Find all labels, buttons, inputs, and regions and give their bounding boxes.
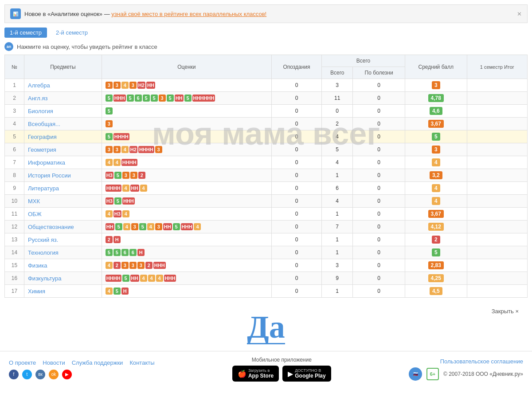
row-avg[interactable]: 3 <box>405 79 467 92</box>
grade-badge[interactable]: HHHH <box>106 275 121 282</box>
grade-badge[interactable]: H <box>113 236 121 243</box>
grade-badge[interactable]: 5 <box>184 95 192 102</box>
grade-badge[interactable]: 2 <box>138 172 145 179</box>
row-avg[interactable]: 3,67 <box>405 208 467 221</box>
grade-badge[interactable]: 3 <box>131 223 138 230</box>
grade-badge[interactable]: 6 <box>135 95 142 102</box>
grade-badge[interactable]: 6 <box>129 249 137 256</box>
grade-badge[interactable]: 4 <box>113 159 121 166</box>
grade-badge[interactable]: HHH <box>113 95 126 102</box>
grade-badge[interactable]: 5 <box>113 288 121 295</box>
app-store-button[interactable]: 🍎 Загрузить в App Store <box>232 366 279 382</box>
grade-badge[interactable]: HH <box>130 185 139 192</box>
row-avg[interactable]: 4 <box>405 195 467 208</box>
grade-badge[interactable]: H <box>121 288 129 295</box>
grade-badge[interactable]: 3 <box>155 146 162 153</box>
grade-badge[interactable]: 5 <box>114 172 121 179</box>
footer-link-news[interactable]: Новости <box>43 359 65 366</box>
grade-badge[interactable]: 4 <box>123 223 130 230</box>
grade-badge[interactable]: 3 <box>122 172 129 179</box>
grade-badge[interactable]: 2 <box>145 262 153 269</box>
tab-semester-1[interactable]: 1-й семестр <box>4 28 47 38</box>
grade-badge[interactable]: 5 <box>122 275 129 282</box>
row-subject[interactable]: ОБЖ <box>24 208 102 221</box>
grade-badge[interactable]: 4 <box>148 275 155 282</box>
grade-badge[interactable]: 5 <box>114 197 121 205</box>
row-avg[interactable]: 4,12 <box>405 221 467 233</box>
row-subject[interactable]: Технология <box>24 246 102 259</box>
grade-badge[interactable]: 6 <box>121 249 129 256</box>
row-subject[interactable]: Русский яз. <box>24 233 102 246</box>
grade-badge[interactable]: HH <box>163 223 172 230</box>
grade-badge[interactable]: 3 <box>113 146 121 153</box>
grade-badge[interactable]: 2 <box>113 262 121 269</box>
grade-badge[interactable]: HHHHHH <box>192 95 215 102</box>
row-subject[interactable]: Англ.яз <box>24 92 102 105</box>
grade-badge[interactable]: 3 <box>113 82 121 89</box>
footer-link-contacts[interactable]: Контакты <box>129 359 154 366</box>
grade-badge[interactable]: 4 <box>106 210 113 217</box>
grade-badge[interactable]: 5 <box>127 95 134 102</box>
google-play-button[interactable]: ▶ ДОСТУПНО В Google Play <box>282 366 331 382</box>
grade-badge[interactable]: 4 <box>122 210 129 217</box>
row-avg[interactable]: 4 <box>405 182 467 195</box>
grade-badge[interactable]: HHH <box>122 197 135 205</box>
grade-badge[interactable]: 5 <box>106 95 113 102</box>
row-subject[interactable]: География <box>24 130 102 143</box>
row-subject[interactable]: Алгебра <box>24 79 102 92</box>
row-subject[interactable]: История России <box>24 169 102 182</box>
grade-badge[interactable]: HHH <box>181 223 193 230</box>
grade-badge[interactable]: 3 <box>121 262 129 269</box>
grade-badge[interactable]: HHHH <box>121 159 137 166</box>
row-subject[interactable]: Литература <box>24 182 102 195</box>
row-subject[interactable]: Химия <box>24 285 102 298</box>
grade-badge[interactable]: H3 <box>106 172 113 179</box>
grade-badge[interactable]: H2 <box>137 82 145 89</box>
grade-badge[interactable]: 3 <box>129 82 137 89</box>
grade-badge[interactable]: 5 <box>106 249 113 256</box>
footer-link-support[interactable]: Служба поддержки <box>72 359 123 366</box>
grade-badge[interactable]: 4 <box>121 146 129 153</box>
row-avg[interactable]: 2 <box>405 233 467 246</box>
user-agreement-link[interactable]: Пользовательское соглашение <box>440 358 523 365</box>
grade-badge[interactable]: HHH <box>164 275 176 282</box>
social-ok-icon[interactable]: ok <box>49 370 59 379</box>
row-avg[interactable]: 5 <box>405 130 467 143</box>
grade-badge[interactable]: 5 <box>139 223 146 230</box>
grade-badge[interactable]: 5 <box>106 107 113 114</box>
grade-badge[interactable]: 5 <box>173 223 180 230</box>
grade-badge[interactable]: 5 <box>106 133 113 140</box>
close-button[interactable]: Закрыть × <box>492 308 519 315</box>
social-facebook-icon[interactable]: f <box>9 370 19 379</box>
grade-badge[interactable]: H3 <box>106 197 113 205</box>
grade-badge[interactable]: 4 <box>121 82 129 89</box>
row-avg[interactable]: 4,6 <box>405 105 467 118</box>
row-subject[interactable]: Обществознание <box>24 221 102 233</box>
row-avg[interactable]: 2,83 <box>405 259 467 272</box>
grade-badge[interactable]: 3 <box>130 172 137 179</box>
grade-badge[interactable]: 4 <box>106 262 113 269</box>
row-subject[interactable]: МХК <box>24 195 102 208</box>
row-subject[interactable]: Информатика <box>24 156 102 169</box>
grade-badge[interactable]: 4 <box>122 185 129 192</box>
grade-badge[interactable]: HHHH <box>113 133 129 140</box>
grade-badge[interactable]: HH <box>146 82 155 89</box>
grade-badge[interactable]: HH <box>175 95 184 102</box>
tab-semester-2[interactable]: 2-й семестр <box>51 28 93 38</box>
grade-badge[interactable]: 4 <box>106 159 113 166</box>
row-avg[interactable]: 3,2 <box>405 169 467 182</box>
grade-badge[interactable]: HHHH <box>106 185 121 192</box>
grade-badge[interactable]: 5 <box>115 223 122 230</box>
grade-badge[interactable]: H2 <box>129 146 137 153</box>
row-avg[interactable]: 4,25 <box>405 272 467 285</box>
grade-badge[interactable]: 2 <box>106 236 113 243</box>
grade-badge[interactable]: 4 <box>140 185 147 192</box>
grade-badge[interactable]: 4 <box>156 275 163 282</box>
row-avg[interactable]: 4,5 <box>405 285 467 298</box>
banner-link[interactable]: узнай своё место в рейтинге всех паралле… <box>111 11 266 17</box>
grade-badge[interactable]: 4 <box>106 288 113 295</box>
row-subject[interactable]: Физика <box>24 259 102 272</box>
grade-badge[interactable]: 4 <box>147 223 154 230</box>
row-avg[interactable]: 3 <box>405 143 467 156</box>
grade-badge[interactable]: HH <box>130 275 139 282</box>
